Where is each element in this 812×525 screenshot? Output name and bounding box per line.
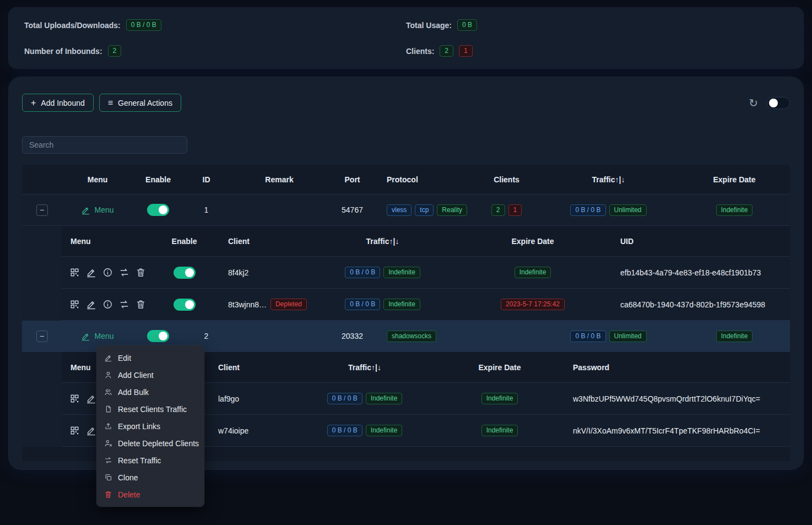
qr-code-icon[interactable] (69, 267, 80, 278)
qr-code-icon[interactable] (69, 425, 80, 436)
context-menu-item-add-client[interactable]: Add Client (96, 366, 204, 383)
edit-client-icon[interactable] (86, 267, 96, 278)
context-menu-label: Export Links (118, 422, 160, 431)
header-client-password: Password (569, 363, 790, 372)
client-uid: efb14b43-4a79-4e83-ef18-e48cf1901b73 (620, 268, 761, 277)
protocol-tag: shadowsocks (387, 331, 436, 342)
header-menu: Menu (62, 175, 133, 184)
expire-badge: Indefinite (515, 267, 551, 278)
add-bulk-icon (104, 388, 112, 396)
context-menu-item-reset-traffic[interactable]: Reset Traffic (96, 452, 204, 469)
qr-code-icon[interactable] (69, 299, 80, 310)
add-inbound-button[interactable]: + Add Inbound (22, 94, 94, 112)
context-menu-label: Reset Clients Traffic (118, 405, 187, 414)
reset-traffic-icon[interactable] (119, 299, 129, 310)
context-menu-item-export-links[interactable]: Export Links (96, 418, 204, 435)
client-expire: 2023-5-7 17:25:42 (458, 299, 607, 310)
total-usage-value: 0 B (457, 19, 477, 31)
inbound-protocols: shadowsocks (376, 331, 475, 342)
context-menu-label: Clone (118, 473, 138, 482)
client-name-cell: 8t3wjnn8p0 Depleted (210, 299, 307, 310)
collapse-inbound-button[interactable]: − (36, 204, 48, 216)
inbound-menu-button[interactable]: Menu (81, 332, 113, 341)
header-client-enable: Enable (158, 237, 210, 246)
stat-total-uploads-downloads: Total Uploads/Downloads: 0 B / 0 B (24, 19, 406, 31)
reset-traffic-icon (104, 456, 112, 464)
info-icon[interactable] (102, 299, 113, 310)
context-menu-label: Add Bulk (118, 388, 149, 397)
expire-badge-expired: 2023-5-7 17:25:42 (501, 299, 565, 310)
clients-active-badge: 2 (491, 204, 505, 216)
delete-client-icon[interactable] (136, 267, 146, 278)
inbound-traffic: 0 B / 0 B Unlimited (538, 204, 679, 216)
context-menu-item-delete[interactable]: Delete (96, 486, 204, 503)
general-actions-button[interactable]: ≡ General Actions (99, 94, 181, 112)
client-actions (62, 299, 158, 310)
plus-icon: + (31, 99, 36, 107)
general-actions-label: General Actions (118, 99, 172, 107)
context-menu-label: Edit (118, 354, 131, 362)
collapse-inbound-button[interactable]: − (36, 331, 48, 342)
inbound-id: 2 (183, 332, 230, 340)
client-name: 8f4kj2 (228, 268, 248, 277)
delete-client-icon[interactable] (136, 299, 146, 310)
inbounds-table-header: Menu Enable ID Remark Port Protocol Clie… (22, 165, 790, 194)
protocol-tag: tcp (415, 204, 434, 216)
search-input[interactable] (22, 136, 187, 154)
toggle-knob (185, 268, 194, 277)
theme-toggle[interactable] (767, 97, 790, 109)
traffic-limit-badge: Unlimited (609, 204, 647, 216)
context-menu-item-add-bulk[interactable]: Add Bulk (96, 383, 204, 400)
header-client-menu: Menu (62, 237, 158, 246)
theme-toggle-knob (769, 99, 778, 107)
header-client: Client (210, 363, 299, 372)
inbound-context-menu: Edit Add Client Add Bulk Reset Clients T… (96, 345, 204, 507)
traffic-badge: 0 B / 0 B (327, 393, 362, 404)
inbound-enable-toggle[interactable] (147, 204, 169, 216)
client-traffic: 0 B / 0 B Indefinite (299, 425, 431, 436)
reset-traffic-icon[interactable] (119, 267, 129, 278)
edit-client-icon[interactable] (86, 393, 96, 404)
context-menu-item-clone[interactable]: Clone (96, 469, 204, 486)
context-menu-item-delete-depleted-clients[interactable]: Delete Depleted Clients (96, 435, 204, 452)
traffic-limit-badge: Indefinite (383, 267, 420, 278)
clients-depleted-badge: 1 (508, 204, 522, 216)
protocol-tag: Reality (437, 204, 467, 216)
stats-row-2: Number of Inbounds: 2 Clients: 2 1 (24, 45, 788, 57)
context-menu-item-reset-clients-traffic[interactable]: Reset Clients Traffic (96, 400, 204, 418)
inbound-enable-toggle[interactable] (147, 330, 169, 342)
client-password: nkV/I/3XoAm9v6xMT/T5IcrF4TpeTKF98rHARbRo… (573, 426, 760, 435)
header-client-traffic[interactable]: Traffic↑|↓ (299, 363, 431, 372)
header-client: Client (210, 237, 307, 246)
header-traffic-sort[interactable]: Traffic↑|↓ (538, 175, 679, 184)
inbound-protocols: vless tcp Reality (376, 204, 475, 216)
header-client-traffic[interactable]: Traffic↑|↓ (307, 237, 458, 246)
minus-icon: − (40, 206, 44, 214)
inbound-id: 1 (183, 205, 230, 214)
client-enable-toggle[interactable] (174, 299, 196, 311)
context-menu-item-edit[interactable]: Edit (96, 349, 204, 366)
qr-code-icon[interactable] (69, 393, 80, 404)
info-icon[interactable] (102, 267, 113, 278)
client-traffic: 0 B / 0 B Indefinite (307, 299, 458, 310)
client-enable-toggle[interactable] (174, 267, 196, 279)
inbound-menu-button[interactable]: Menu (81, 205, 113, 215)
toggle-knob (159, 205, 167, 214)
client-name: laf9go (218, 394, 239, 403)
client-actions (62, 267, 158, 278)
header-client-expire: Expire Date (458, 237, 607, 246)
header-remark: Remark (230, 175, 329, 184)
total-uploads-downloads-value: 0 B / 0 B (126, 19, 161, 31)
client-expire: Indefinite (431, 393, 569, 404)
toggle-knob (159, 332, 167, 340)
inbound-traffic: 0 B / 0 B Unlimited (538, 331, 679, 342)
edit-client-icon[interactable] (86, 299, 96, 310)
traffic-badge: 0 B / 0 B (345, 299, 380, 310)
refresh-icon[interactable]: ↻ (749, 98, 758, 109)
clients-depleted-count: 1 (459, 45, 473, 57)
add-inbound-label: Add Inbound (41, 99, 84, 107)
header-expire-date: Expire Date (679, 175, 790, 184)
edit-client-icon[interactable] (86, 425, 96, 436)
header-enable: Enable (133, 175, 183, 184)
traffic-limit-badge: Indefinite (366, 425, 403, 436)
